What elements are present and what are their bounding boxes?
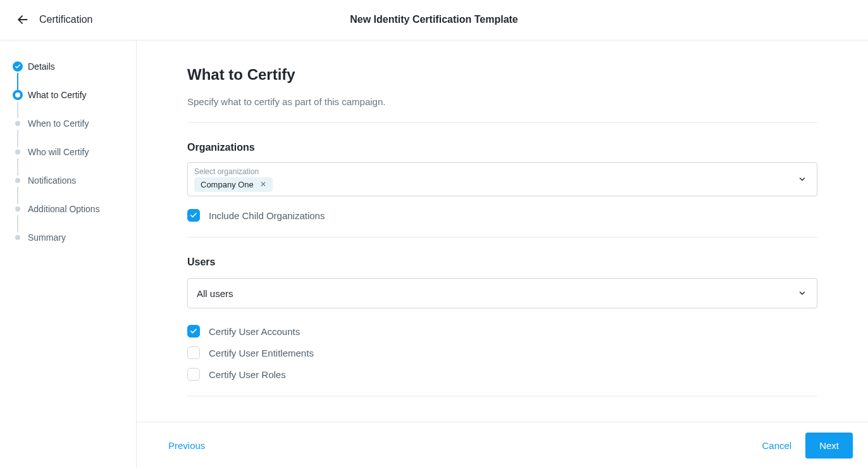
cancel-button[interactable]: Cancel (759, 436, 794, 455)
organizations-select[interactable]: Select organization Company One✕ (187, 162, 817, 196)
step-marker (15, 178, 20, 183)
previous-button[interactable]: Previous (166, 436, 208, 455)
step-label: Who will Certify (28, 147, 89, 157)
divider (187, 396, 817, 396)
next-button[interactable]: Next (805, 433, 853, 459)
wizard-footer: Previous Cancel Next (137, 422, 868, 468)
back-button[interactable] (15, 12, 30, 27)
step-notifications[interactable]: Notifications (10, 166, 128, 194)
step-label: Summary (28, 232, 66, 243)
step-marker (13, 61, 23, 72)
step-label: Details (28, 61, 55, 72)
step-marker (15, 121, 20, 126)
breadcrumb[interactable]: Certification (39, 14, 92, 25)
step-marker (15, 206, 20, 212)
step-label: Notifications (28, 175, 76, 186)
content-subtitle: Specify what to certify as part of this … (187, 96, 817, 107)
content: What to Certify Specify what to certify … (137, 41, 868, 422)
user-option-row[interactable]: Certify User Accounts (187, 325, 817, 338)
user-option-row[interactable]: Certify User Roles (187, 368, 817, 381)
organizations-section-title: Organizations (187, 142, 817, 153)
user-option-label: Certify User Accounts (209, 326, 300, 337)
users-select-value: All users (197, 288, 233, 299)
chevron-down-icon (798, 175, 807, 184)
users-select[interactable]: All users (187, 278, 817, 308)
include-child-orgs-row[interactable]: Include Child Organizations (187, 209, 817, 222)
chevron-down-icon (798, 289, 807, 298)
step-label: When to Certify (28, 118, 89, 129)
step-additional-options[interactable]: Additional Options (10, 194, 128, 223)
user-option-checkbox[interactable] (187, 346, 200, 359)
include-child-orgs-label: Include Child Organizations (209, 210, 325, 221)
step-summary[interactable]: Summary (10, 223, 128, 251)
user-option-row[interactable]: Certify User Entitlements (187, 346, 817, 359)
divider (187, 237, 817, 237)
step-details[interactable]: Details (10, 52, 128, 80)
divider (187, 122, 817, 123)
step-label: Additional Options (28, 204, 100, 214)
user-option-checkbox[interactable] (187, 368, 200, 381)
step-what-to-certify[interactable]: What to Certify (10, 80, 128, 109)
step-label: What to Certify (28, 90, 87, 100)
wizard-stepper: DetailsWhat to CertifyWhen to CertifyWho… (0, 41, 137, 468)
user-option-checkbox[interactable] (187, 325, 200, 338)
step-marker (13, 90, 23, 100)
body: DetailsWhat to CertifyWhen to CertifyWho… (0, 41, 868, 468)
page-title: New Identity Certification Template (350, 14, 518, 25)
org-chip-label: Company One (201, 180, 254, 189)
user-option-label: Certify User Roles (209, 369, 286, 380)
step-who-will-certify[interactable]: Who will Certify (10, 137, 128, 166)
step-marker (15, 235, 20, 240)
step-marker (15, 149, 20, 155)
content-heading: What to Certify (187, 66, 817, 84)
include-child-orgs-checkbox[interactable] (187, 209, 200, 222)
top-header: Certification New Identity Certification… (0, 0, 868, 40)
org-chip: Company One✕ (194, 177, 273, 192)
step-when-to-certify[interactable]: When to Certify (10, 109, 128, 137)
organizations-placeholder: Select organization (194, 167, 791, 176)
close-icon[interactable]: ✕ (259, 180, 268, 189)
users-section-title: Users (187, 256, 817, 268)
arrow-left-icon (16, 13, 29, 26)
main-area: What to Certify Specify what to certify … (137, 41, 868, 468)
user-option-label: Certify User Entitlements (209, 348, 314, 358)
